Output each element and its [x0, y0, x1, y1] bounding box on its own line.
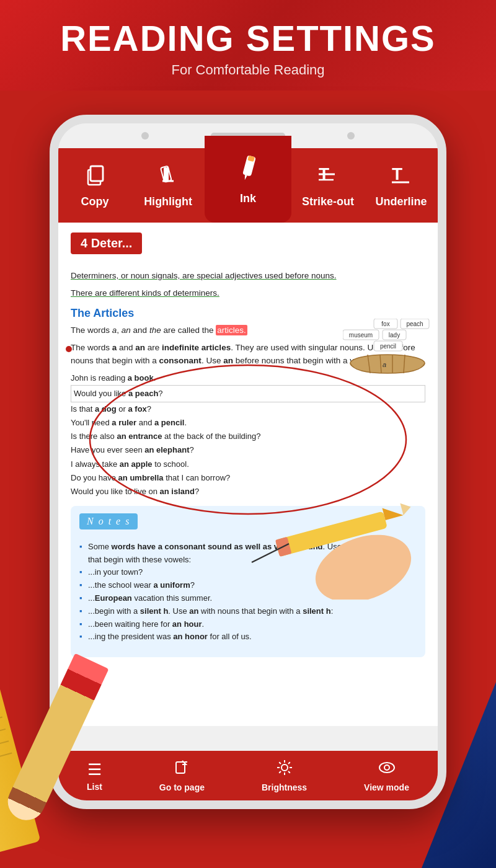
svg-line-44	[279, 762, 281, 764]
viewmode-label: View mode	[364, 782, 409, 792]
viewmode-icon	[379, 760, 395, 780]
nav-viewmode-button[interactable]: View mode	[364, 760, 409, 792]
svg-line-47	[279, 771, 281, 773]
svg-point-48	[379, 763, 394, 773]
svg-text:pencil: pencil	[380, 343, 396, 350]
pencil-hand-illustration	[239, 488, 438, 602]
svg-marker-8	[244, 175, 247, 180]
toolbar-ink-button[interactable]: Ink	[205, 136, 291, 223]
goto-label: Go to page	[159, 782, 205, 792]
brightness-icon	[277, 760, 293, 780]
svg-rect-1	[91, 166, 103, 181]
svg-text:T: T	[392, 164, 402, 184]
highlight-label: Highlight	[144, 195, 192, 208]
toolbar-copy-button[interactable]: Copy	[58, 148, 131, 223]
svg-rect-37	[176, 762, 185, 773]
toolbar-strikeout-button[interactable]: T Strike-out	[291, 148, 365, 223]
ink-dot-1	[66, 346, 72, 352]
svg-marker-32	[382, 503, 403, 520]
annotation-toolbar: Copy Highlight Ink	[58, 148, 438, 223]
header-title: READING SETTINGS	[12, 19, 484, 58]
svg-line-46	[288, 762, 290, 764]
svg-text:peach: peach	[406, 321, 423, 327]
goto-icon	[174, 760, 190, 780]
example-lines: John is reading a book. Would you like a…	[71, 371, 425, 498]
svg-text:fox: fox	[381, 321, 389, 327]
ruler-pencil-decoration	[0, 608, 136, 868]
doc-para-2: There are different kinds of determiners…	[71, 286, 425, 300]
chapter-heading: 4 Deter...	[71, 232, 142, 254]
ruler	[0, 613, 41, 862]
ink-icon	[233, 153, 263, 188]
phone-dot-right	[347, 132, 355, 140]
brightness-label: Brightness	[262, 782, 307, 792]
ink-label: Ink	[240, 192, 256, 205]
nav-goto-button[interactable]: Go to page	[159, 760, 205, 792]
phone-dot-left	[141, 132, 149, 140]
svg-text:a: a	[383, 361, 386, 368]
highlighted-articles: articles.	[216, 325, 247, 335]
highlight-icon	[156, 162, 180, 192]
pencil-decoration	[2, 653, 109, 826]
underline-label: Underline	[375, 195, 427, 208]
underline-icon: T	[389, 162, 413, 192]
strikeout-icon: T	[316, 162, 340, 192]
header-subtitle: For Comfortable Reading	[12, 62, 484, 78]
basket-illustration: fox peach museum lady pencil a	[343, 319, 433, 377]
toolbar-underline-button[interactable]: T Underline	[365, 148, 438, 223]
strikeout-label: Strike-out	[302, 195, 354, 208]
svg-point-49	[384, 765, 389, 770]
copy-label: Copy	[81, 195, 109, 208]
svg-rect-3	[164, 167, 169, 181]
svg-text:lady: lady	[389, 332, 400, 339]
nav-brightness-button[interactable]: Brightness	[262, 760, 307, 792]
svg-marker-33	[400, 501, 412, 515]
svg-text:museum: museum	[349, 332, 373, 339]
header-section: READING SETTINGS For Comfortable Reading	[0, 0, 496, 91]
copy-icon	[83, 162, 107, 192]
toolbar-highlight-button[interactable]: Highlight	[131, 148, 205, 223]
svg-line-45	[288, 771, 290, 773]
doc-para-1: Determiners, or noun signals, are specia…	[71, 269, 425, 283]
svg-point-39	[281, 764, 288, 771]
notes-header: N o t e s	[79, 513, 138, 529]
